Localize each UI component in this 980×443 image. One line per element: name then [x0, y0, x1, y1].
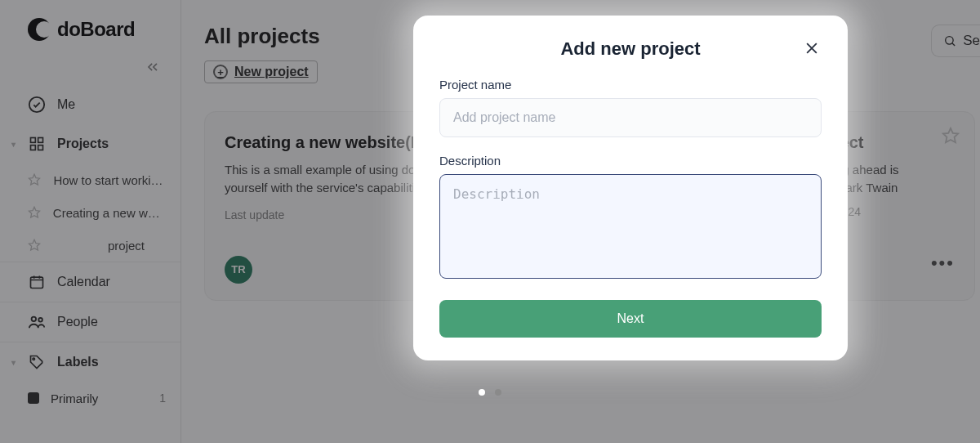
modal-pager	[479, 389, 501, 396]
project-name-input[interactable]	[439, 98, 822, 137]
next-button[interactable]: Next	[439, 300, 822, 338]
project-name-label: Project name	[439, 78, 822, 92]
modal-title: Add new project	[560, 38, 700, 60]
description-label: Description	[439, 154, 822, 168]
close-icon	[804, 40, 820, 56]
pager-dot-active[interactable]	[479, 389, 485, 396]
add-project-modal: Add new project Project name Description…	[413, 16, 848, 360]
close-button[interactable]	[800, 37, 823, 60]
description-input[interactable]	[439, 174, 822, 279]
pager-dot[interactable]	[495, 389, 501, 396]
